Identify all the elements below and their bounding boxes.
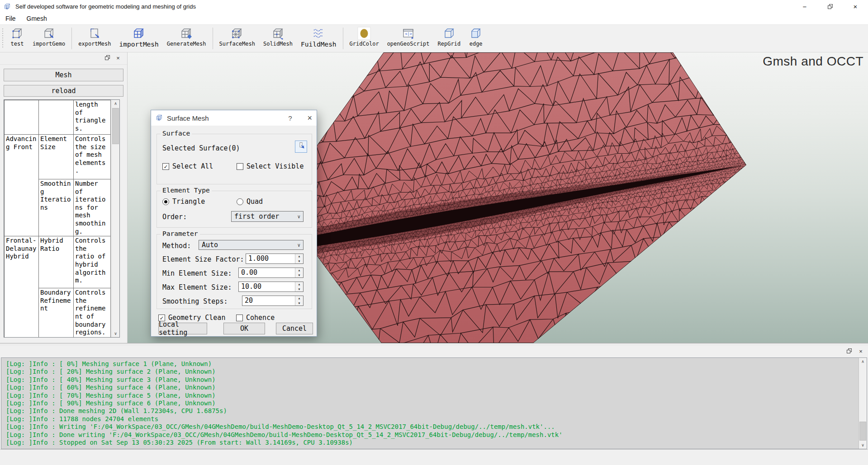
selected-surface-label: Selected Surface(0)	[162, 144, 240, 152]
table-cell[interactable]: Frontal-Delaunay Hybrid	[5, 236, 39, 338]
export-mesh-icon	[87, 26, 102, 41]
reload-button[interactable]: reload	[4, 85, 123, 97]
table-cell[interactable]: Hybrid Ratio	[39, 236, 74, 288]
element-type-group: Element Type Triangle Quad Order: first …	[157, 191, 312, 228]
toolbar-button-SolidMesh[interactable]: SolidMesh	[259, 25, 297, 52]
table-cell[interactable]: Controls the ratio of hybrid algorithm.	[74, 236, 111, 288]
minimize-button[interactable]: −	[792, 0, 817, 13]
log-lines: [Log: ]Info : [ 0%] Meshing surface 1 (P…	[6, 360, 857, 449]
min-element-size-spinbox[interactable]: 0.00 ▲▼	[238, 268, 304, 278]
select-all-checkbox[interactable]: ✓ Select All	[162, 162, 213, 170]
select-visible-checkbox[interactable]: ✓ Select Visible	[237, 162, 304, 170]
radio-circle	[162, 198, 169, 205]
toolbar-button-GenerateMesh[interactable]: GenerateMesh	[163, 25, 210, 52]
solid-mesh-icon	[271, 26, 285, 41]
dock-float-button[interactable]	[104, 55, 111, 62]
checkbox-box: ✓	[236, 315, 243, 321]
log-output[interactable]: [Log: ]Info : [ 0%] Meshing surface 1 (P…	[1, 357, 867, 449]
spin-up-icon[interactable]: ▲	[295, 268, 303, 273]
dialog-title: Surface Mesh	[167, 114, 209, 122]
spinbox-value: 1.000	[246, 254, 295, 263]
log-scroll-thumb[interactable]	[859, 422, 866, 441]
toolbar-label: test	[11, 41, 24, 47]
cohence-checkbox[interactable]: ✓ Cohence	[236, 314, 275, 322]
cancel-button[interactable]: Cancel	[276, 323, 313, 334]
table-cell[interactable]: length of triangles.	[74, 100, 111, 135]
spin-up-icon[interactable]: ▲	[295, 296, 303, 301]
table-cell[interactable]	[5, 100, 39, 135]
toolbar-label: openGeoScript	[387, 41, 430, 47]
spin-buttons[interactable]: ▲▼	[295, 268, 303, 277]
table-cell[interactable]: Controls the size of mesh elements.	[74, 135, 111, 179]
dialog-help-button[interactable]: ?	[288, 114, 292, 122]
toolbar-button-openGeoScript[interactable]: <|> openGeoScript	[383, 25, 434, 52]
scroll-down-icon[interactable]: ∨	[112, 330, 119, 337]
pick-surface-button[interactable]	[295, 141, 307, 153]
spin-buttons[interactable]: ▲▼	[295, 296, 303, 305]
log-line: [Log: ]Info : Stopped on Sat Sep 13 05:3…	[6, 439, 857, 446]
rep-grid-icon	[442, 26, 456, 41]
table-cell[interactable]: Number of iterations for mesh smoothing.	[74, 179, 111, 236]
toolbar-button-exportMesh[interactable]: exportMesh	[74, 25, 115, 52]
quad-radio[interactable]: Quad	[237, 197, 263, 206]
element-size-factor-spinbox[interactable]: 1.000 ▲▼	[246, 254, 304, 264]
table-cell[interactable]: Controls the refinement of boundary regi…	[74, 288, 111, 338]
ok-button[interactable]: OK	[223, 323, 265, 334]
import-mesh-icon	[132, 26, 146, 41]
toolbar-button-FuildMesh[interactable]: FuildMesh	[297, 25, 341, 52]
table-scrollbar[interactable]: ∧ ∨	[111, 100, 119, 337]
toolbar-button-importMesh[interactable]: importMesh	[115, 25, 163, 52]
log-scrollbar[interactable]: ∧ ∨	[859, 358, 867, 449]
restore-icon	[828, 3, 833, 10]
log-line: [Log: ]Info : [ 0%] Meshing surface 1 (P…	[6, 360, 857, 368]
max-element-size-spinbox[interactable]: 10.00 ▲▼	[238, 282, 304, 292]
restore-button[interactable]	[817, 0, 843, 13]
spin-down-icon[interactable]: ▼	[295, 259, 303, 264]
toolbar-button-test[interactable]: test	[6, 25, 28, 52]
table-row: Frontal-Delaunay HybridHybrid RatioContr…	[5, 236, 111, 288]
table-scroll-thumb[interactable]	[112, 108, 119, 144]
spinbox-value: 20	[242, 296, 295, 305]
dock-close-button[interactable]: ×	[114, 55, 122, 62]
menu-item-file[interactable]: File	[0, 13, 21, 24]
table-cell[interactable]: Element Size	[39, 135, 74, 179]
log-float-button[interactable]	[845, 348, 853, 355]
fluid-mesh-icon	[311, 26, 326, 41]
table-cell[interactable]	[39, 100, 74, 135]
close-button[interactable]: ×	[843, 0, 868, 13]
spin-up-icon[interactable]: ▲	[295, 254, 303, 259]
menu-item-gmesh[interactable]: Gmesh	[21, 13, 52, 24]
triangle-radio[interactable]: Triangle	[162, 197, 205, 206]
spin-buttons[interactable]: ▲▼	[295, 282, 303, 291]
mesh-parameter-table: length of triangles.Advancing FrontEleme…	[4, 99, 120, 338]
scroll-up-icon[interactable]: ∧	[859, 358, 867, 365]
order-label: Order:	[162, 213, 187, 221]
toolbar-button-RepGrid[interactable]: RepGrid	[434, 25, 465, 52]
scroll-down-icon[interactable]: ∨	[859, 442, 867, 449]
order-combobox[interactable]: first order ∨	[231, 211, 304, 222]
table-cell[interactable]: Boundary Refinement	[39, 288, 74, 338]
table-cell[interactable]: Advancing Front	[5, 135, 39, 236]
spin-up-icon[interactable]: ▲	[295, 282, 303, 287]
local-setting-button[interactable]: Local setting	[158, 323, 207, 334]
spin-down-icon[interactable]: ▼	[295, 287, 303, 292]
toolbar-button-importGemo[interactable]: importGemo	[28, 25, 69, 52]
spin-buttons[interactable]: ▲▼	[295, 254, 303, 263]
mesh-button[interactable]: Mesh	[4, 69, 123, 81]
table-cell[interactable]: Smoothing Iterations	[39, 179, 74, 236]
spin-down-icon[interactable]: ▼	[295, 273, 303, 278]
log-close-button[interactable]: ×	[857, 348, 864, 355]
spin-down-icon[interactable]: ▼	[295, 301, 303, 306]
dialog-close-button[interactable]: ×	[307, 113, 312, 123]
smoothing-steps-spinbox[interactable]: 20 ▲▼	[242, 296, 304, 306]
parameter-group-legend: Parameter	[161, 230, 200, 237]
pick-cursor-icon	[297, 142, 305, 152]
toolbar-drag-handle[interactable]	[2, 28, 4, 48]
method-combobox[interactable]: Auto ∨	[199, 240, 304, 250]
scroll-up-icon[interactable]: ∧	[112, 100, 119, 107]
toolbar-button-SurfaceMesh[interactable]: SurfaceMesh	[215, 25, 259, 52]
toolbar-button-edge[interactable]: edge	[465, 25, 487, 52]
dialog-titlebar[interactable]: Surface Mesh ? ×	[151, 110, 317, 126]
spinbox-value: 10.00	[239, 282, 295, 291]
toolbar-button-GridColor[interactable]: GridColor	[346, 25, 383, 52]
